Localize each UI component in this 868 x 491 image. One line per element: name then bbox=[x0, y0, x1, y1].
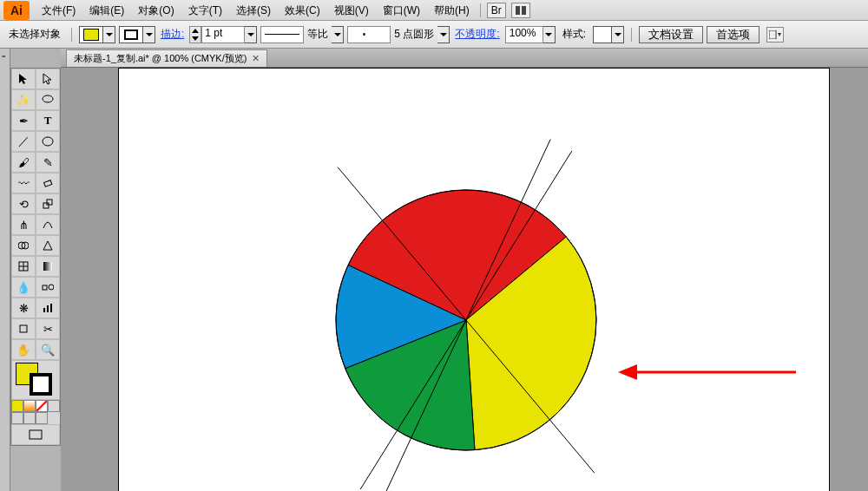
svg-rect-0 bbox=[516, 6, 520, 15]
stroke-swatch[interactable] bbox=[119, 26, 155, 43]
svg-rect-12 bbox=[47, 200, 52, 205]
opacity-link[interactable]: 不透明度: bbox=[453, 27, 501, 42]
draw-normal-icon[interactable] bbox=[11, 412, 23, 424]
separator bbox=[631, 28, 632, 42]
color-mode-row bbox=[11, 400, 60, 412]
doc-setup-button[interactable]: 文档设置 bbox=[639, 26, 703, 43]
stroke-weight-input[interactable]: 1 pt bbox=[189, 26, 257, 43]
tool-pencil[interactable]: ✎ bbox=[36, 152, 60, 173]
opacity-input[interactable]: 100% bbox=[505, 26, 556, 43]
dock-strip[interactable]: •• bbox=[0, 49, 10, 491]
tool-graph[interactable] bbox=[36, 298, 60, 318]
color-mode-solid[interactable] bbox=[11, 400, 23, 412]
menu-file[interactable]: 文件(F) bbox=[35, 0, 82, 21]
close-icon[interactable]: ✕ bbox=[252, 53, 260, 64]
tool-gradient[interactable] bbox=[36, 256, 60, 277]
tool-symbol[interactable]: ❋ bbox=[11, 298, 36, 318]
menu-select[interactable]: 选择(S) bbox=[229, 0, 278, 21]
svg-marker-6 bbox=[19, 74, 27, 84]
tool-eyedropper[interactable]: 💧 bbox=[11, 277, 36, 298]
tool-pen[interactable]: ✒ bbox=[11, 110, 36, 131]
svg-point-9 bbox=[43, 137, 53, 146]
document-tab[interactable]: 未标题-1_复制.ai* @ 100% (CMYK/预览) ✕ bbox=[66, 49, 267, 67]
tool-panel: ✨ ✒T ／ 🖌✎ 〰 ⟲ ⋔ 💧 ❋ ✂ ✋🔍 bbox=[10, 68, 61, 446]
svg-marker-2 bbox=[192, 29, 199, 33]
svg-rect-20 bbox=[43, 285, 47, 290]
tool-lasso[interactable] bbox=[36, 89, 60, 110]
tool-eraser[interactable] bbox=[36, 173, 60, 193]
control-bar: 未选择对象 描边: 1 pt 等比 • 5 点圆形 不透明度: 100% 样式:… bbox=[0, 21, 868, 49]
screen-mode-button[interactable] bbox=[11, 424, 60, 445]
draw-behind-icon[interactable] bbox=[23, 412, 36, 424]
prefs-button[interactable]: 首选项 bbox=[707, 26, 760, 43]
stroke-color-icon[interactable] bbox=[30, 373, 52, 396]
tool-ellipse[interactable] bbox=[36, 131, 60, 152]
color-mode-none[interactable] bbox=[36, 400, 48, 412]
fill-stroke-indicator[interactable] bbox=[11, 360, 60, 400]
stroke-label-link[interactable]: 描边: bbox=[159, 27, 186, 42]
tool-slice[interactable]: ✂ bbox=[36, 318, 60, 339]
tool-perspective[interactable] bbox=[36, 235, 60, 256]
style-swatch[interactable] bbox=[593, 26, 624, 43]
svg-rect-10 bbox=[44, 180, 52, 187]
tool-line[interactable]: ／ bbox=[11, 131, 36, 152]
tool-blob[interactable]: 〰 bbox=[11, 173, 36, 193]
menu-window[interactable]: 窗口(W) bbox=[376, 0, 427, 21]
tool-width[interactable]: ⋔ bbox=[11, 214, 36, 235]
svg-rect-25 bbox=[20, 325, 27, 332]
tool-blend[interactable] bbox=[36, 277, 60, 298]
tool-zoom[interactable]: 🔍 bbox=[36, 339, 60, 360]
menu-object[interactable]: 对象(O) bbox=[131, 0, 181, 21]
panel-menu-icon[interactable] bbox=[766, 27, 784, 43]
svg-rect-11 bbox=[43, 203, 49, 208]
brush-def[interactable]: • 5 点圆形 bbox=[347, 26, 450, 43]
svg-marker-3 bbox=[192, 36, 199, 41]
tool-warp[interactable] bbox=[36, 214, 60, 235]
svg-point-21 bbox=[49, 285, 54, 290]
svg-marker-33 bbox=[618, 364, 637, 380]
tool-type[interactable]: T bbox=[36, 110, 60, 131]
tool-artboard[interactable] bbox=[11, 318, 36, 339]
selection-status: 未选择对象 bbox=[5, 27, 64, 42]
stroke-profile[interactable]: 等比 bbox=[260, 26, 344, 43]
tool-shape-builder[interactable] bbox=[11, 235, 36, 256]
tool-magic-wand[interactable]: ✨ bbox=[11, 89, 36, 110]
menu-view[interactable]: 视图(V) bbox=[327, 0, 376, 21]
fill-swatch[interactable] bbox=[79, 26, 115, 43]
color-mode-gradient[interactable] bbox=[23, 400, 36, 412]
menu-help[interactable]: 帮助(H) bbox=[427, 0, 477, 21]
svg-marker-5 bbox=[778, 33, 781, 36]
style-label: 样式: bbox=[559, 27, 589, 42]
svg-rect-4 bbox=[769, 30, 776, 39]
svg-marker-15 bbox=[43, 241, 52, 250]
tool-rotate[interactable]: ⟲ bbox=[11, 193, 36, 214]
svg-rect-27 bbox=[30, 430, 42, 439]
artwork-svg bbox=[119, 69, 831, 491]
menu-type[interactable]: 文字(T) bbox=[181, 0, 229, 21]
document-tab-bar: 未标题-1_复制.ai* @ 100% (CMYK/预览) ✕ bbox=[61, 49, 868, 68]
svg-marker-7 bbox=[43, 74, 51, 84]
tool-direct-selection[interactable] bbox=[36, 69, 60, 89]
menu-bar: Ai 文件(F) 编辑(E) 对象(O) 文字(T) 选择(S) 效果(C) 视… bbox=[0, 0, 868, 21]
separator bbox=[480, 3, 481, 17]
draw-inside-icon[interactable] bbox=[36, 412, 48, 424]
tool-scale[interactable] bbox=[36, 193, 60, 214]
menu-edit[interactable]: 编辑(E) bbox=[82, 0, 131, 21]
svg-rect-24 bbox=[50, 304, 52, 312]
svg-line-26 bbox=[36, 401, 47, 411]
menu-effect[interactable]: 效果(C) bbox=[278, 0, 327, 21]
arrange-icon[interactable] bbox=[511, 3, 530, 18]
tool-mesh[interactable] bbox=[11, 256, 36, 277]
tool-hand[interactable]: ✋ bbox=[11, 339, 36, 360]
svg-rect-19 bbox=[43, 262, 52, 271]
tool-brush[interactable]: 🖌 bbox=[11, 152, 36, 173]
svg-point-8 bbox=[43, 95, 53, 102]
document-tab-title: 未标题-1_复制.ai* @ 100% (CMYK/预览) bbox=[74, 52, 247, 65]
canvas-area[interactable] bbox=[61, 68, 868, 491]
color-mode-extra[interactable] bbox=[48, 400, 60, 412]
tool-selection[interactable] bbox=[11, 69, 36, 89]
svg-rect-22 bbox=[43, 308, 45, 312]
bridge-icon[interactable]: Br bbox=[487, 3, 506, 18]
artboard[interactable] bbox=[118, 68, 830, 491]
svg-rect-1 bbox=[522, 6, 526, 15]
